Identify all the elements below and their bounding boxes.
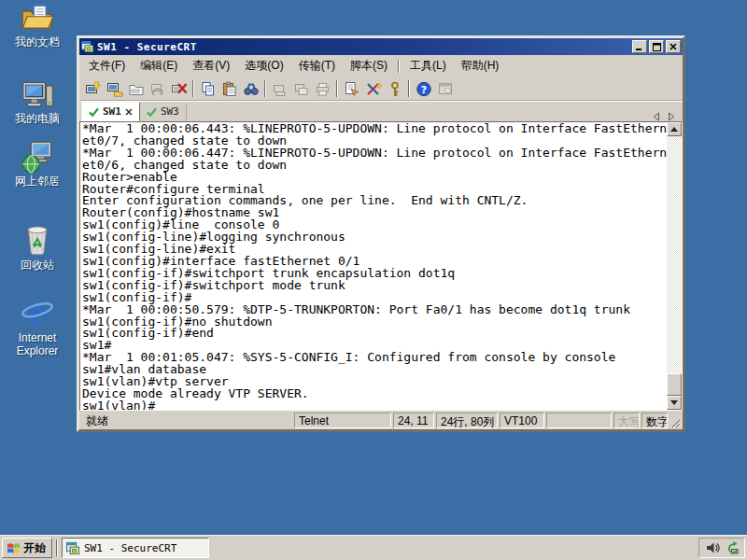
desktop-icon-label: 回收站 [1,259,74,273]
securecrt-window: SW1 - SecureCRT 文件(F) 编辑(E) 查看(V) 选项(O) … [77,35,685,432]
close-icon [669,43,677,50]
quick-connect-button[interactable] [82,78,104,99]
status-screen-size: 24行, 80列 [436,413,498,428]
maximize-icon [653,43,661,51]
session-options-button[interactable] [341,78,362,99]
status-protocol: Telnet [294,413,391,428]
menu-options[interactable]: 选项(O) [237,55,290,77]
status-num-lock: 数字 [641,413,668,428]
resize-grip[interactable] [669,417,681,428]
desktop-icon-my-documents[interactable]: 我的文档 [1,3,74,49]
volume-icon[interactable] [705,540,720,555]
window-title: SW1 - SecureCRT [97,41,632,53]
scrollbar-track[interactable] [667,136,682,396]
disconnect-icon [171,81,188,97]
my-computer-icon [21,79,54,111]
toolbar-separator [264,80,266,97]
connected-check-icon [89,107,99,117]
tab-scroll-right-icon[interactable] [668,112,675,121]
title-bar[interactable]: SW1 - SecureCRT [79,38,683,55]
taskbar-divider [56,539,58,556]
status-ready: 就绪 [81,413,292,428]
desktop-icon-internet-explorer[interactable]: e Internet Explorer [1,295,74,358]
close-button[interactable] [666,40,681,53]
desktop-icon-label: 我的电脑 [1,113,74,126]
my-documents-icon [21,3,54,35]
print-setup-icon-disabled [272,81,289,97]
status-empty-pane [546,413,612,428]
print-preview-icon-disabled [293,81,310,97]
help-icon: ? [416,81,432,97]
connect-icon [106,81,123,97]
print-setup-button[interactable] [269,78,290,99]
paste-icon [221,81,238,97]
desktop-icon-label: 网上邻居 [1,175,74,189]
paste-button[interactable] [218,78,240,99]
connect-in-tab-icon [128,81,145,97]
toolbar-separator [336,80,338,97]
tab-scroll-left-icon[interactable] [653,112,660,121]
print-icon-disabled [315,81,331,97]
svg-text:?: ? [420,83,426,95]
session-tab-bar: SW1 SW3 [79,102,683,121]
arrow-up-icon [670,127,678,132]
global-options-button[interactable] [362,78,384,99]
toolbar: ? [79,77,683,102]
status-caps-lock: 大写 [613,413,640,428]
maximize-button[interactable] [649,40,664,53]
disconnect-button[interactable] [168,78,190,99]
scrollbar-thumb[interactable] [667,373,682,396]
key-icon [387,81,403,97]
find-button[interactable] [240,78,261,99]
tab-label: SW1 [103,104,121,120]
minimize-icon [636,43,643,51]
terminal-output[interactable]: *Mar 1 00:00:06.443: %LINEPROTO-5-UPDOWN… [80,122,667,410]
key-agent-button[interactable] [384,78,405,99]
menu-view[interactable]: 查看(V) [185,55,237,77]
menu-tools[interactable]: 工具(L) [402,55,454,77]
scroll-down-button[interactable] [667,396,682,410]
desktop-icon-my-computer[interactable]: 我的电脑 [1,79,74,126]
about-button[interactable] [434,78,456,99]
internet-explorer-icon: e [20,295,55,330]
about-icon-disabled [437,81,454,97]
reconnect-button[interactable] [147,78,168,99]
desktop-icon-label: 我的文档 [1,36,74,49]
vertical-scrollbar[interactable] [667,122,682,410]
task-label: SW1 - SecureCRT [84,542,176,554]
tab-sw1[interactable]: SW1 [81,102,140,121]
status-cursor-position: 24, 11 [393,413,434,428]
start-button[interactable]: 开始 [2,538,52,558]
scroll-up-button[interactable] [667,122,682,136]
quick-connect-icon [85,81,102,97]
menu-transfer[interactable]: 传输(T) [291,55,343,77]
network-device-icon[interactable] [724,540,739,555]
minimize-button[interactable] [632,40,647,53]
connect-in-tab-button[interactable] [125,78,147,99]
reconnect-icon-disabled [149,81,166,97]
menu-script[interactable]: 脚本(S) [343,55,395,77]
desktop-icon-recycle-bin[interactable]: 回收站 [1,222,74,273]
menu-file[interactable]: 文件(F) [81,55,133,77]
connected-check-icon [147,107,157,117]
copy-button[interactable] [197,78,218,99]
task-button-securecrt[interactable]: SW1 - SecureCRT [62,538,209,558]
tab-label: SW3 [161,104,179,120]
help-button[interactable]: ? [413,78,434,99]
tab-sw3[interactable]: SW3 [140,103,187,121]
global-options-icon [365,81,382,97]
start-label: 开始 [23,540,46,556]
connect-button[interactable] [104,78,125,99]
tab-close-icon[interactable] [125,108,133,116]
print-button[interactable] [312,78,333,99]
desktop-icon-network-places[interactable]: 网上邻居 [1,140,74,189]
desktop-icon-label: Internet Explorer [1,332,74,358]
menu-edit[interactable]: 编辑(E) [133,55,185,77]
terminal-area: *Mar 1 00:00:06.443: %LINEPROTO-5-UPDOWN… [79,121,683,411]
taskbar: 开始 SW1 - SecureCRT [0,535,747,560]
menu-help[interactable]: 帮助(H) [454,55,507,77]
print-preview-button[interactable] [290,78,312,99]
securecrt-app-icon [81,40,94,53]
securecrt-task-icon [66,541,80,555]
menu-separator [398,60,400,73]
